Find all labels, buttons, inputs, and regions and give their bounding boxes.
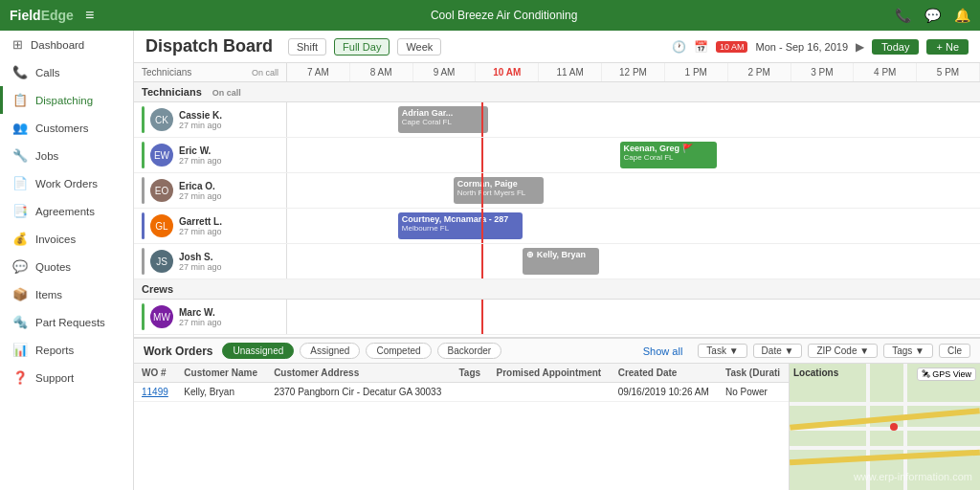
filter-clear[interactable]: Cle [939, 344, 970, 358]
part-requests-icon: 🔩 [12, 315, 28, 329]
status-bar-josh [142, 248, 145, 275]
show-all-link[interactable]: Show all [643, 345, 683, 357]
cell-address: 2370 Pangborn Cir - Decatur GA 30033 [266, 383, 451, 402]
map-road-v2 [903, 364, 907, 490]
dispatch-header: Dispatch Board Shift Full Day Week 🕐 📅 1… [134, 31, 980, 63]
time-5pm: 5 PM [917, 63, 980, 81]
map-pin [890, 423, 898, 431]
sidebar-item-items[interactable]: 📦 Items [0, 280, 133, 308]
sidebar-item-customers[interactable]: 👥 Customers [0, 114, 133, 142]
tech-info-josh: JS Josh S. 27 min ago [134, 244, 287, 278]
filter-task[interactable]: Task ▼ [698, 344, 746, 358]
bell-icon[interactable]: 🔔 [954, 8, 970, 23]
sidebar-item-quotes[interactable]: 💬 Quotes [0, 253, 133, 280]
filter-tags[interactable]: Tags ▼ [883, 344, 933, 358]
tech-details-eric: Eric W. 27 min ago [179, 145, 222, 166]
wo-content: WO # Customer Name Customer Address Tags… [134, 364, 980, 490]
sidebar-item-work-orders[interactable]: 📄 Work Orders [0, 169, 133, 197]
tech-name-josh: Josh S. [179, 252, 222, 262]
filter-date[interactable]: Date ▼ [753, 344, 803, 358]
timeline-eric: Keenan, Greg 🚩 Cape Coral FL [287, 138, 980, 172]
crew-details-marc: Marc W. 27 min ago [179, 307, 222, 327]
wo-filters: Task ▼ Date ▼ ZIP Code ▼ Tags ▼ Cle [698, 344, 970, 358]
sidebar-item-support[interactable]: ❓ Support [0, 364, 133, 391]
gps-view-button[interactable]: 🛰 GPS View [917, 368, 976, 381]
on-call-badge: On call [252, 68, 278, 78]
today-button[interactable]: Today [872, 39, 919, 55]
chat-icon[interactable]: 💬 [924, 8, 941, 23]
technicians-label: Technicians [142, 67, 191, 78]
crew-name-marc: Marc W. [179, 307, 222, 318]
tech-row-eric: EW Eric W. 27 min ago Keenan, Greg 🚩 Cap… [134, 138, 980, 173]
status-bar-marc [142, 303, 145, 330]
wo-map-panel: Locations 🛰 GPS View [789, 364, 980, 490]
week-button[interactable]: Week [397, 38, 441, 56]
time-slots-header: 7 AM 8 AM 9 AM 10 AM 11 AM 12 PM 1 PM 2 … [287, 63, 980, 81]
sidebar-label-dashboard: Dashboard [31, 39, 84, 51]
time-7am: 7 AM [287, 63, 350, 81]
tech-row-cassie: CK Cassie K. 27 min ago Adrian Gar... Ca… [134, 102, 980, 138]
wo-tab-unassigned[interactable]: Unassigned [222, 343, 294, 359]
crew-info-marc: MW Marc W. 27 min ago [134, 300, 287, 334]
appt-eric-1[interactable]: Keenan, Greg 🚩 Cape Coral FL [620, 142, 717, 168]
sidebar-label-invoices: Invoices [35, 234, 76, 245]
current-time-indicator-3 [481, 173, 483, 208]
avatar-marc: MW [150, 305, 173, 328]
map-road-h3 [790, 446, 980, 450]
wo-link[interactable]: 11499 [142, 387, 168, 397]
phone-icon[interactable]: 📞 [895, 8, 911, 23]
appt-erica-1[interactable]: Corman, Paige North Fort Myers FL [454, 177, 544, 204]
col-header-tags: Tags [451, 364, 488, 383]
sidebar-item-invoices[interactable]: 💰 Invoices [0, 225, 133, 253]
hamburger-icon[interactable]: ≡ [85, 7, 94, 24]
sidebar-item-part-requests[interactable]: 🔩 Part Requests [0, 308, 133, 336]
tech-row-josh: JS Josh S. 27 min ago ⊕ Kelly, Bryan [134, 244, 980, 279]
appt-josh-1[interactable]: ⊕ Kelly, Bryan [523, 248, 599, 275]
sidebar-item-agreements[interactable]: 📑 Agreements [0, 197, 133, 225]
page-title: Dispatch Board [145, 36, 273, 56]
full-day-button[interactable]: Full Day [334, 38, 390, 56]
top-nav: FieldEdge ≡ Cool Breeze Air Conditioning… [0, 0, 980, 31]
wo-table: WO # Customer Name Customer Address Tags… [134, 364, 789, 490]
time-4pm: 4 PM [854, 63, 917, 81]
sidebar-label-customers: Customers [35, 122, 89, 134]
time-9am: 9 AM [413, 63, 477, 81]
time-10am: 10 AM [476, 63, 539, 81]
filter-zip[interactable]: ZIP Code ▼ [808, 344, 878, 358]
add-button[interactable]: + Ne [926, 39, 969, 55]
sidebar-label-work-orders: Work Orders [35, 178, 98, 189]
tech-info-erica: EO Erica O. 27 min ago [134, 173, 287, 208]
sidebar-item-dispatching[interactable]: 📋 Dispatching [0, 86, 133, 114]
sidebar-item-reports[interactable]: 📊 Reports [0, 336, 133, 364]
sidebar-label-part-requests: Part Requests [35, 317, 105, 328]
sidebar-label-quotes: Quotes [35, 261, 71, 273]
wo-tab-backorder[interactable]: Backorder [437, 343, 502, 359]
avatar-eric: EW [150, 144, 173, 167]
sidebar-label-support: Support [35, 372, 74, 384]
sidebar-item-calls[interactable]: 📞 Calls [0, 58, 133, 86]
items-icon: 📦 [12, 287, 28, 301]
locations-label: Locations [793, 368, 838, 378]
calendar-icon: 📅 [694, 40, 708, 54]
quotes-icon: 💬 [12, 259, 28, 274]
wo-tab-assigned[interactable]: Assigned [300, 343, 360, 359]
tech-info-eric: EW Eric W. 27 min ago [134, 138, 287, 172]
status-bar-garrett [142, 212, 145, 239]
appt-cassie-1[interactable]: Adrian Gar... Cape Coral FL [398, 106, 488, 133]
status-bar-cassie [142, 106, 145, 133]
cell-created: 09/16/2019 10:26 AM [611, 383, 718, 402]
col-header-promised: Promised Appointment [489, 364, 611, 383]
avatar-garrett: GL [150, 214, 173, 237]
appt-garrett-1[interactable]: Courtney, Mcnamara - 287 Melbourne FL [398, 212, 523, 239]
app-logo: FieldEdge [10, 8, 74, 23]
sidebar-label-jobs: Jobs [35, 150, 58, 162]
sidebar-item-dashboard[interactable]: ⊞ Dashboard [0, 31, 133, 58]
sidebar-item-jobs[interactable]: 🔧 Jobs [0, 142, 133, 169]
sidebar-label-calls: Calls [35, 67, 60, 78]
dispatch-header-right: 🕐 📅 10 AM Mon - Sep 16, 2019 ▶ Today + N… [672, 39, 969, 55]
shift-button[interactable]: Shift [288, 38, 326, 56]
sidebar-label-agreements: Agreements [35, 206, 95, 217]
col-header-address: Customer Address [266, 364, 451, 383]
tech-details-erica: Erica O. 27 min ago [179, 181, 222, 201]
wo-tab-competed[interactable]: Competed [366, 343, 431, 359]
